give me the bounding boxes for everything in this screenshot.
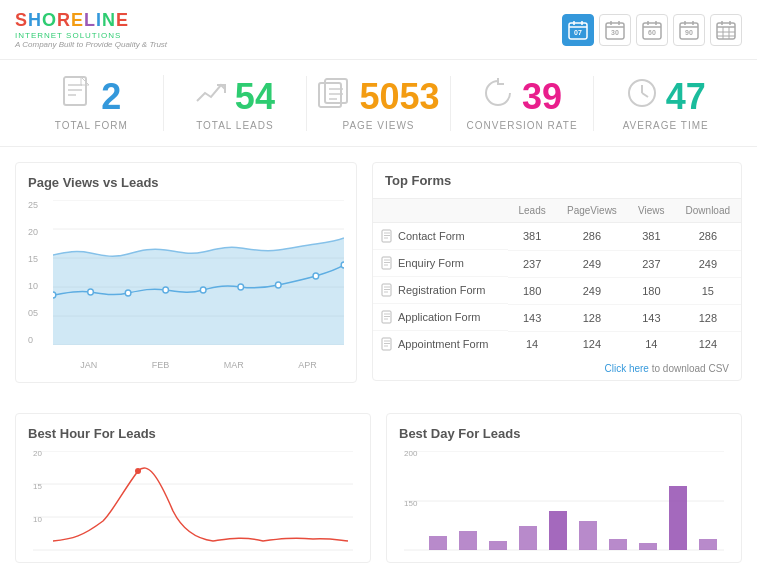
svg-point-47 <box>88 289 94 295</box>
chart-x-labels: JAN FEB MAR APR <box>53 360 344 370</box>
calendar-30-icon: 30 <box>605 20 625 40</box>
stat-label-total-leads: TOTAL LEADS <box>196 120 274 131</box>
date-filter-07[interactable]: 07 <box>562 14 594 46</box>
calendar-90-icon: 90 <box>679 20 699 40</box>
best-day-title: Best Day For Leads <box>399 426 729 441</box>
form-row-icon <box>381 229 393 243</box>
page-views-chart-title: Page Views vs Leads <box>28 175 344 190</box>
logo-letter: O <box>42 10 57 30</box>
form-row-icon <box>381 283 393 297</box>
form-views: 180 <box>628 277 675 304</box>
date-filter-60[interactable]: 60 <box>636 14 668 46</box>
svg-rect-94 <box>609 539 627 550</box>
svg-rect-93 <box>579 521 597 550</box>
top-forms-header: Top Forms <box>373 163 741 199</box>
date-filters: 07 30 60 <box>562 14 742 46</box>
line-chart-container: 25 20 15 10 05 0 <box>28 200 344 370</box>
conversion-icon <box>482 77 514 116</box>
logo-letter: E <box>71 10 84 30</box>
svg-rect-95 <box>639 543 657 550</box>
svg-rect-59 <box>382 257 391 269</box>
form-leads: 143 <box>508 304 555 331</box>
svg-text:200: 200 <box>404 451 418 458</box>
best-hour-title: Best Hour For Leads <box>28 426 358 441</box>
best-day-chart: Best Day For Leads 200 150 <box>386 413 742 563</box>
form-download: 286 <box>675 223 741 251</box>
table-row: Contact Form 381 286 381 286 <box>373 223 741 251</box>
svg-rect-96 <box>669 486 687 550</box>
svg-rect-63 <box>382 284 391 296</box>
date-filter-90[interactable]: 90 <box>673 14 705 46</box>
csv-download-link[interactable]: Click here <box>604 363 648 374</box>
col-download: Download <box>675 199 741 223</box>
form-pageviews: 124 <box>556 331 628 357</box>
logo-area: SHORELINE INTERNET SOLUTIONS A Company B… <box>15 10 167 49</box>
date-filter-30[interactable]: 30 <box>599 14 631 46</box>
form-pageviews: 286 <box>556 223 628 251</box>
logo-letter: R <box>57 10 71 30</box>
svg-rect-20 <box>717 23 735 39</box>
svg-text:20: 20 <box>33 451 42 458</box>
stat-value-conversion: 39 <box>522 76 562 118</box>
form-leads: 237 <box>508 250 555 277</box>
svg-rect-90 <box>489 541 507 550</box>
stat-top-total-form: 2 <box>61 75 121 118</box>
form-leads: 381 <box>508 223 555 251</box>
svg-point-53 <box>313 273 319 279</box>
form-views: 143 <box>628 304 675 331</box>
svg-point-49 <box>163 287 169 293</box>
pageviews-icon <box>317 77 351 116</box>
stat-top-conversion: 39 <box>482 76 562 118</box>
form-name-cell: Enquiry Form <box>373 250 508 277</box>
svg-text:60: 60 <box>648 29 656 36</box>
logo: SHORELINE <box>15 10 167 31</box>
stat-top-total-leads: 54 <box>195 76 275 118</box>
col-pageviews: PageViews <box>556 199 628 223</box>
table-row: Enquiry Form 237 249 237 249 <box>373 250 741 277</box>
svg-text:15: 15 <box>33 482 42 491</box>
col-form-name <box>373 199 508 223</box>
stat-top-page-views: 5053 <box>317 76 439 118</box>
form-icon <box>61 75 93 118</box>
logo-letter: N <box>102 10 116 30</box>
top-forms-title: Top Forms <box>385 173 729 188</box>
stat-label-conversion: CONVERSION RATE <box>467 120 578 131</box>
stat-label-avg-time: AVERAGE TIME <box>623 120 709 131</box>
stat-total-leads: 54 TOTAL LEADS <box>164 76 308 131</box>
form-name-cell: Registration Form <box>373 277 508 304</box>
form-views: 14 <box>628 331 675 357</box>
form-download: 128 <box>675 304 741 331</box>
calendar-60-icon: 60 <box>642 20 662 40</box>
best-day-svg: 200 150 <box>399 451 729 551</box>
form-download: 249 <box>675 250 741 277</box>
calendar-icon: 07 <box>568 20 588 40</box>
logo-tagline: A Company Built to Provide Quality & Tru… <box>15 40 167 49</box>
svg-text:10: 10 <box>33 515 42 524</box>
stat-value-total-form: 2 <box>101 76 121 118</box>
form-row-icon <box>381 310 393 324</box>
date-filter-grid[interactable] <box>710 14 742 46</box>
svg-point-48 <box>125 290 131 296</box>
stat-page-views: 5053 PAGE VIEWS <box>307 76 451 131</box>
best-day-container: 200 150 <box>399 451 729 551</box>
table-header-row: Leads PageViews Views Download <box>373 199 741 223</box>
time-icon <box>626 77 658 116</box>
clock-icon <box>626 77 658 109</box>
form-download: 124 <box>675 331 741 357</box>
stat-total-form: 2 TOTAL FORM <box>20 75 164 131</box>
form-leads: 180 <box>508 277 555 304</box>
table-row: Application Form 143 128 143 128 <box>373 304 741 331</box>
form-pageviews: 128 <box>556 304 628 331</box>
svg-rect-67 <box>382 311 391 323</box>
trend-icon <box>195 77 227 109</box>
stats-bar: 2 TOTAL FORM 54 TOTAL LEADS <box>0 60 757 147</box>
form-views: 381 <box>628 223 675 251</box>
form-name-cell: Application Form <box>373 304 508 331</box>
stat-label-page-views: PAGE VIEWS <box>342 120 414 131</box>
copy-icon <box>317 77 351 109</box>
svg-rect-88 <box>429 536 447 550</box>
header: SHORELINE INTERNET SOLUTIONS A Company B… <box>0 0 757 60</box>
svg-point-50 <box>200 287 206 293</box>
best-hour-svg: 20 15 10 <box>28 451 358 551</box>
form-views: 237 <box>628 250 675 277</box>
